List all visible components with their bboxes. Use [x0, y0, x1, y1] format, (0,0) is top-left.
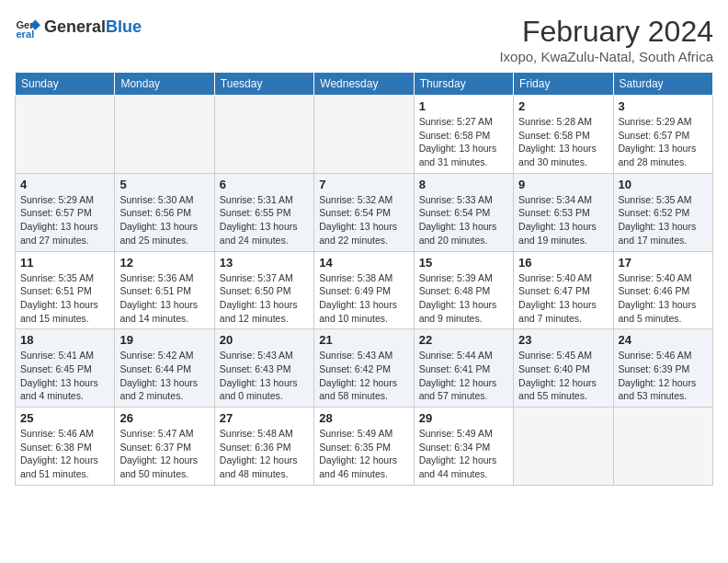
calendar-cell: 29Sunrise: 5:49 AM Sunset: 6:34 PM Dayli… — [414, 408, 513, 486]
day-number: 13 — [220, 256, 309, 270]
day-info: Sunrise: 5:31 AM Sunset: 6:55 PM Dayligh… — [220, 193, 309, 247]
day-info: Sunrise: 5:46 AM Sunset: 6:38 PM Dayligh… — [20, 427, 109, 481]
calendar-cell: 28Sunrise: 5:49 AM Sunset: 6:35 PM Dayli… — [314, 408, 414, 486]
day-info: Sunrise: 5:49 AM Sunset: 6:34 PM Dayligh… — [419, 427, 508, 481]
calendar-cell: 11Sunrise: 5:35 AM Sunset: 6:51 PM Dayli… — [16, 251, 115, 329]
col-wednesday: Wednesday — [314, 73, 414, 96]
day-info: Sunrise: 5:32 AM Sunset: 6:54 PM Dayligh… — [319, 193, 408, 247]
day-info: Sunrise: 5:43 AM Sunset: 6:42 PM Dayligh… — [319, 349, 408, 403]
day-number: 1 — [419, 99, 508, 113]
day-number: 26 — [119, 411, 209, 425]
day-number: 11 — [20, 256, 109, 270]
calendar-cell: 18Sunrise: 5:41 AM Sunset: 6:45 PM Dayli… — [16, 329, 115, 408]
logo-icon: Gen eral — [15, 15, 40, 40]
calendar-cell: 13Sunrise: 5:37 AM Sunset: 6:50 PM Dayli… — [214, 251, 313, 329]
calendar-cell: 17Sunrise: 5:40 AM Sunset: 6:46 PM Dayli… — [613, 251, 712, 329]
title-area: February 2024 Ixopo, KwaZulu-Natal, Sout… — [499, 15, 713, 64]
calendar-cell: 2Sunrise: 5:28 AM Sunset: 6:58 PM Daylig… — [514, 96, 613, 174]
day-info: Sunrise: 5:37 AM Sunset: 6:50 PM Dayligh… — [220, 271, 309, 326]
day-number: 21 — [319, 333, 408, 347]
day-info: Sunrise: 5:28 AM Sunset: 6:58 PM Dayligh… — [518, 115, 608, 169]
day-info: Sunrise: 5:33 AM Sunset: 6:54 PM Dayligh… — [419, 193, 508, 247]
calendar-week-1: 1Sunrise: 5:27 AM Sunset: 6:58 PM Daylig… — [16, 96, 713, 174]
calendar-cell: 20Sunrise: 5:43 AM Sunset: 6:43 PM Dayli… — [214, 329, 313, 408]
day-number: 20 — [220, 333, 309, 347]
day-info: Sunrise: 5:44 AM Sunset: 6:41 PM Dayligh… — [419, 349, 508, 403]
day-info: Sunrise: 5:41 AM Sunset: 6:45 PM Dayligh… — [20, 349, 109, 403]
day-info: Sunrise: 5:35 AM Sunset: 6:51 PM Dayligh… — [20, 271, 109, 326]
day-info: Sunrise: 5:35 AM Sunset: 6:52 PM Dayligh… — [619, 193, 708, 247]
logo: Gen eral GeneralBlue — [15, 15, 142, 40]
page-header: Gen eral GeneralBlue February 2024 Ixopo… — [15, 15, 713, 64]
calendar-week-5: 25Sunrise: 5:46 AM Sunset: 6:38 PM Dayli… — [16, 408, 713, 486]
calendar-cell: 7Sunrise: 5:32 AM Sunset: 6:54 PM Daylig… — [314, 173, 414, 251]
day-info: Sunrise: 5:39 AM Sunset: 6:48 PM Dayligh… — [419, 271, 508, 326]
col-thursday: Thursday — [414, 73, 513, 96]
day-info: Sunrise: 5:38 AM Sunset: 6:49 PM Dayligh… — [319, 271, 408, 326]
calendar-cell — [214, 96, 313, 174]
day-info: Sunrise: 5:30 AM Sunset: 6:56 PM Dayligh… — [119, 193, 209, 247]
logo-blue: Blue — [106, 17, 142, 36]
calendar-table: Sunday Monday Tuesday Wednesday Thursday… — [15, 72, 713, 486]
day-number: 14 — [319, 256, 408, 270]
calendar-cell: 5Sunrise: 5:30 AM Sunset: 6:56 PM Daylig… — [115, 173, 214, 251]
calendar-week-4: 18Sunrise: 5:41 AM Sunset: 6:45 PM Dayli… — [16, 329, 713, 408]
col-sunday: Sunday — [16, 73, 115, 96]
day-info: Sunrise: 5:46 AM Sunset: 6:39 PM Dayligh… — [619, 349, 708, 403]
calendar-cell: 21Sunrise: 5:43 AM Sunset: 6:42 PM Dayli… — [314, 329, 414, 408]
day-number: 10 — [619, 178, 708, 191]
calendar-cell — [16, 96, 115, 174]
day-info: Sunrise: 5:40 AM Sunset: 6:47 PM Dayligh… — [518, 271, 608, 326]
calendar-cell — [613, 408, 712, 486]
calendar-cell: 23Sunrise: 5:45 AM Sunset: 6:40 PM Dayli… — [514, 329, 613, 408]
col-friday: Friday — [514, 73, 613, 96]
day-number: 16 — [518, 256, 608, 270]
day-info: Sunrise: 5:42 AM Sunset: 6:44 PM Dayligh… — [119, 349, 209, 403]
day-info: Sunrise: 5:47 AM Sunset: 6:37 PM Dayligh… — [119, 427, 209, 481]
day-number: 6 — [220, 178, 309, 191]
col-monday: Monday — [115, 73, 214, 96]
day-number: 7 — [319, 178, 408, 191]
col-tuesday: Tuesday — [214, 73, 313, 96]
calendar-cell: 25Sunrise: 5:46 AM Sunset: 6:38 PM Dayli… — [16, 408, 115, 486]
day-number: 5 — [119, 178, 209, 191]
svg-text:eral: eral — [16, 29, 34, 40]
day-number: 18 — [20, 333, 109, 347]
calendar-cell: 22Sunrise: 5:44 AM Sunset: 6:41 PM Dayli… — [414, 329, 513, 408]
calendar-cell — [115, 96, 214, 174]
day-number: 27 — [220, 411, 309, 425]
calendar-cell: 16Sunrise: 5:40 AM Sunset: 6:47 PM Dayli… — [514, 251, 613, 329]
day-info: Sunrise: 5:49 AM Sunset: 6:35 PM Dayligh… — [319, 427, 408, 481]
calendar-cell: 6Sunrise: 5:31 AM Sunset: 6:55 PM Daylig… — [214, 173, 313, 251]
calendar-cell: 14Sunrise: 5:38 AM Sunset: 6:49 PM Dayli… — [314, 251, 414, 329]
day-number: 8 — [419, 178, 508, 191]
calendar-cell: 12Sunrise: 5:36 AM Sunset: 6:51 PM Dayli… — [115, 251, 214, 329]
day-number: 2 — [518, 99, 608, 113]
subtitle: Ixopo, KwaZulu-Natal, South Africa — [499, 49, 713, 64]
calendar-cell: 27Sunrise: 5:48 AM Sunset: 6:36 PM Dayli… — [214, 408, 313, 486]
day-info: Sunrise: 5:40 AM Sunset: 6:46 PM Dayligh… — [619, 271, 708, 326]
day-number: 19 — [119, 333, 209, 347]
day-info: Sunrise: 5:29 AM Sunset: 6:57 PM Dayligh… — [619, 115, 708, 169]
day-number: 3 — [619, 99, 708, 113]
calendar-cell: 8Sunrise: 5:33 AM Sunset: 6:54 PM Daylig… — [414, 173, 513, 251]
calendar-cell: 26Sunrise: 5:47 AM Sunset: 6:37 PM Dayli… — [115, 408, 214, 486]
day-number: 4 — [20, 178, 109, 191]
calendar-cell: 4Sunrise: 5:29 AM Sunset: 6:57 PM Daylig… — [16, 173, 115, 251]
day-info: Sunrise: 5:45 AM Sunset: 6:40 PM Dayligh… — [518, 349, 608, 403]
day-number: 9 — [518, 178, 608, 191]
logo-general: General — [44, 17, 106, 36]
day-info: Sunrise: 5:29 AM Sunset: 6:57 PM Dayligh… — [20, 193, 109, 247]
calendar-cell: 19Sunrise: 5:42 AM Sunset: 6:44 PM Dayli… — [115, 329, 214, 408]
day-number: 24 — [619, 333, 708, 347]
col-saturday: Saturday — [613, 73, 712, 96]
day-number: 25 — [20, 411, 109, 425]
day-info: Sunrise: 5:27 AM Sunset: 6:58 PM Dayligh… — [419, 115, 508, 169]
day-number: 29 — [419, 411, 508, 425]
day-info: Sunrise: 5:36 AM Sunset: 6:51 PM Dayligh… — [119, 271, 209, 326]
day-number: 23 — [518, 333, 608, 347]
calendar-cell: 15Sunrise: 5:39 AM Sunset: 6:48 PM Dayli… — [414, 251, 513, 329]
calendar-week-2: 4Sunrise: 5:29 AM Sunset: 6:57 PM Daylig… — [16, 173, 713, 251]
day-number: 12 — [119, 256, 209, 270]
day-info: Sunrise: 5:34 AM Sunset: 6:53 PM Dayligh… — [518, 193, 608, 247]
